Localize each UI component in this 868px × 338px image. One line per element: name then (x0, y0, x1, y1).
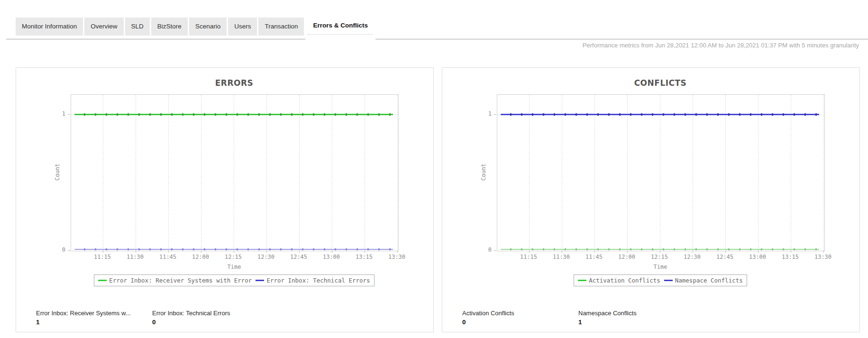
stat-error-inbox-receiver-systems-w: Error Inbox: Receiver Systems w...1 (36, 310, 130, 326)
plot-area (497, 94, 825, 251)
gridline-vertical (299, 95, 300, 251)
y-axis-label: Count (480, 164, 487, 181)
gridline-vertical (332, 95, 332, 251)
stat-label: Activation Conflicts (462, 310, 514, 317)
x-axis-tick (299, 251, 300, 253)
gridline-vertical (168, 95, 169, 251)
x-tick-label: 12:00 (613, 254, 640, 260)
gridline-vertical (758, 95, 758, 251)
series-markers-error-inbox-technical-errors (74, 248, 393, 250)
x-tick-label: 12:30 (253, 254, 279, 260)
gridline-vertical (397, 95, 398, 251)
x-axis-tick (660, 251, 660, 253)
y-tick-label: 0 (44, 247, 65, 253)
legend-swatch (664, 280, 673, 281)
gridline-vertical (823, 95, 824, 251)
gridline-vertical (234, 95, 234, 251)
tab-scenario[interactable]: Scenario (189, 18, 227, 36)
series-markers-activation-conflicts (501, 248, 819, 250)
gridline-vertical (693, 95, 693, 251)
x-axis-tick (823, 251, 824, 253)
x-tick-label: 11:45 (581, 254, 607, 260)
stat-label: Error Inbox: Receiver Systems w... (36, 310, 130, 317)
x-axis-tick (332, 251, 332, 253)
x-tick-label: 11:30 (548, 254, 575, 260)
y-axis-tick (68, 250, 70, 251)
x-axis-tick (136, 251, 136, 253)
x-tick-label: 11:45 (155, 254, 181, 260)
stat-value: 0 (152, 319, 230, 326)
x-axis-tick (168, 251, 169, 253)
gridline-vertical (201, 95, 201, 251)
stat-value: 1 (578, 319, 637, 326)
x-axis-tick (594, 251, 595, 253)
tab-bar: Monitor InformationOverviewSLDBizStoreSc… (16, 18, 375, 40)
x-axis-label: Time (497, 264, 824, 270)
gridline-vertical (266, 95, 267, 251)
y-axis-tick (494, 114, 496, 115)
x-tick-label: 11:15 (89, 254, 116, 260)
y-tick-label: 0 (470, 247, 492, 253)
gridline-vertical (660, 95, 660, 251)
y-axis-tick (68, 114, 70, 115)
x-axis-tick (758, 251, 758, 253)
series-markers-error-inbox-receiver-systems-with-error (74, 113, 393, 116)
gridline-vertical (594, 95, 595, 251)
stat-value: 0 (462, 319, 514, 326)
x-tick-label: 12:45 (285, 254, 312, 260)
legend-item-namespace-conflicts: Namespace Conflicts (664, 277, 743, 284)
gridline-vertical (791, 95, 791, 251)
errors-chart-panel: ERRORS Count 1 0 Time Error Inbox: Recei… (16, 67, 434, 332)
series-markers-namespace-conflicts (501, 113, 819, 116)
stat-error-inbox-technical-errors: Error Inbox: Technical Errors0 (152, 310, 230, 326)
x-tick-label: 11:30 (122, 254, 148, 260)
conflicts-chart-panel: CONFLICTS Count 1 0 Time Activation Conf… (442, 67, 860, 332)
tab-bizstore[interactable]: BizStore (151, 18, 188, 36)
plot-area (71, 94, 399, 251)
tab-transaction[interactable]: Transaction (258, 18, 304, 36)
x-tick-label: 12:30 (679, 254, 705, 260)
legend-label: Error Inbox: Technical Errors (266, 277, 370, 284)
stat-label: Namespace Conflicts (578, 310, 637, 317)
x-axis-tick (725, 251, 726, 253)
legend-box: Error Inbox: Receiver Systems with Error… (94, 274, 374, 286)
x-tick-label: 11:15 (515, 254, 542, 260)
errors-and-conflicts-page: Monitor InformationOverviewSLDBizStoreSc… (0, 0, 868, 338)
x-tick-label: 13:15 (777, 254, 804, 260)
gridline-vertical (529, 95, 530, 251)
legend-label: Namespace Conflicts (675, 277, 743, 284)
tab-errors-conflicts[interactable]: Errors & Conflicts (305, 17, 375, 40)
legend-item-activation-conflicts: Activation Conflicts (578, 277, 660, 284)
chart-title: CONFLICTS (497, 78, 824, 88)
y-axis-tick (494, 250, 496, 251)
gridline-vertical (365, 95, 365, 251)
x-axis-tick (627, 251, 628, 253)
x-tick-label: 13:00 (744, 254, 771, 260)
x-axis-tick (201, 251, 201, 253)
x-tick-label: 13:30 (384, 254, 410, 260)
y-tick-label: 1 (44, 110, 65, 117)
x-axis-tick (234, 251, 234, 253)
stat-value: 1 (36, 319, 130, 326)
legend-item-error-inbox-receiver-systems-with-error: Error Inbox: Receiver Systems with Error (98, 277, 252, 284)
x-tick-label: 12:00 (187, 254, 214, 260)
legend-swatch (256, 280, 264, 281)
stat-activation-conflicts: Activation Conflicts0 (462, 310, 514, 326)
legend-box: Activation ConflictsNamespace Conflicts (574, 274, 747, 286)
tab-sld[interactable]: SLD (125, 18, 150, 36)
x-axis-tick (103, 251, 103, 253)
x-axis-tick (365, 251, 365, 253)
x-tick-label: 13:00 (318, 254, 345, 260)
tab-users[interactable]: Users (228, 18, 257, 36)
x-axis-tick (266, 251, 267, 253)
gridline-vertical (725, 95, 726, 251)
legend-label: Error Inbox: Receiver Systems with Error (109, 277, 252, 284)
x-axis-label: Time (71, 264, 398, 270)
x-tick-label: 13:15 (351, 254, 377, 260)
x-tick-label: 12:15 (220, 254, 247, 260)
tab-monitor-information[interactable]: Monitor Information (16, 18, 83, 36)
gridline-vertical (103, 95, 103, 251)
tab-overview[interactable]: Overview (84, 18, 123, 36)
legend: Activation ConflictsNamespace Conflicts (497, 274, 824, 286)
metrics-period-note: Performance metrics from Jun 28,2021 12:… (583, 42, 859, 49)
